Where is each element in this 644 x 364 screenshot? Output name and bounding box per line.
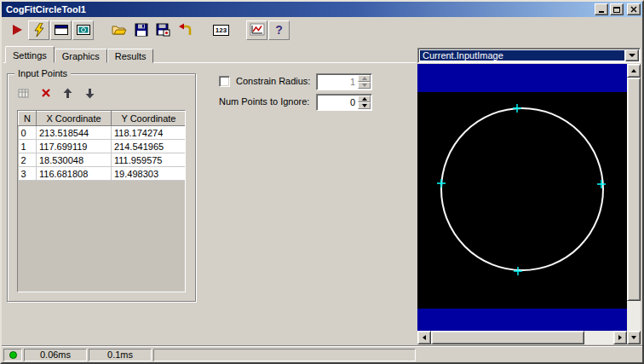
arrow-down-icon: [85, 88, 95, 99]
spin-down-button[interactable]: [358, 82, 371, 89]
reset-button[interactable]: [175, 20, 196, 40]
arrow-up-icon: [63, 88, 72, 99]
spin-up-icon: [362, 77, 367, 80]
tab-results[interactable]: Results: [107, 49, 154, 63]
save-button[interactable]: [130, 20, 152, 40]
constrain-radius-spinner[interactable]: 1: [316, 73, 372, 90]
tab-graphics[interactable]: Graphics: [55, 49, 107, 63]
image-source-combobox[interactable]: Current.InputImage: [417, 48, 641, 63]
table-cell[interactable]: 1: [19, 140, 37, 153]
status-timer1: 0.06ms: [40, 350, 71, 360]
numeric-123-icon: 123: [213, 25, 229, 36]
close-button[interactable]: [627, 3, 641, 15]
minimize-icon: [599, 11, 604, 13]
help-button[interactable]: ?: [268, 20, 290, 40]
move-point-up-button[interactable]: [59, 84, 77, 101]
spin-up-icon: [362, 97, 367, 101]
table-cell[interactable]: 213.518544: [37, 126, 112, 140]
window-title: CogFitCircleTool1: [6, 4, 593, 14]
status-timer2-panel: 0.1ms: [89, 349, 152, 361]
input-points-grid[interactable]: N X Coordinate Y Coordinate 0213.5185441…: [17, 110, 186, 292]
main-toolbar: 123 ?: [2, 17, 642, 43]
input-points-table: N X Coordinate Y Coordinate 0213.5185441…: [18, 111, 186, 181]
spin-down-icon: [362, 84, 367, 87]
num-points-ignore-value: 0: [319, 97, 355, 107]
numeric-precision-button[interactable]: 123: [210, 20, 232, 40]
table-cell[interactable]: 116.681808: [37, 167, 112, 181]
constrain-radius-label: Constrain Radius:: [236, 76, 310, 86]
status-message-panel: [153, 349, 416, 361]
spin-up-button[interactable]: [358, 75, 371, 82]
constrain-radius-spin-buttons: [358, 75, 371, 89]
horizontal-scroll-thumb[interactable]: [431, 331, 584, 344]
table-cell[interactable]: 118.174274: [112, 126, 187, 140]
tab-settings[interactable]: Settings: [5, 46, 55, 63]
add-point-button[interactable]: [14, 84, 32, 101]
table-cell[interactable]: 214.541965: [112, 140, 187, 153]
spin-up-button[interactable]: [358, 95, 371, 102]
image-background: [417, 64, 627, 331]
table-header-row: N X Coordinate Y Coordinate: [19, 112, 187, 126]
chart-button[interactable]: [246, 20, 267, 40]
close-icon: [630, 6, 637, 13]
table-cell[interactable]: 19.498303: [112, 167, 187, 181]
scroll-right-icon: [618, 335, 622, 340]
table-cell[interactable]: 2: [19, 153, 37, 167]
image-vertical-scrollbar[interactable]: [627, 64, 641, 344]
input-points-group-label: Input Points: [14, 68, 71, 78]
minimize-button[interactable]: [595, 3, 608, 15]
table-row[interactable]: 3116.68180819.498303: [19, 167, 187, 181]
num-points-ignore-spinner[interactable]: 0: [316, 94, 372, 111]
table-cell[interactable]: 3: [19, 167, 37, 181]
scroll-left-button[interactable]: [417, 331, 431, 344]
status-timer1-panel: 0.06ms: [24, 349, 87, 361]
image-display-button[interactable]: [72, 20, 94, 40]
scroll-up-button[interactable]: [627, 64, 641, 78]
table-cell[interactable]: 117.699119: [37, 140, 112, 153]
table-row[interactable]: 218.530048111.959575: [19, 153, 187, 167]
maximize-button[interactable]: [610, 3, 624, 15]
table-cell[interactable]: 111.959575: [112, 153, 187, 167]
spin-down-button[interactable]: [358, 102, 371, 109]
tab-strip: Settings Graphics Results: [5, 46, 153, 63]
maximize-icon: [613, 7, 620, 13]
column-header-y[interactable]: Y Coordinate: [112, 112, 187, 126]
table-row[interactable]: 0213.518544118.174274: [19, 126, 187, 140]
num-points-ignore-label: Num Points to Ignore:: [219, 96, 309, 107]
open-button[interactable]: [108, 20, 129, 40]
delete-x-icon: [41, 88, 51, 98]
vertical-scroll-thumb[interactable]: [627, 78, 641, 301]
scroll-right-button[interactable]: [613, 331, 627, 344]
status-timer2: 0.1ms: [107, 350, 133, 360]
image-display-icon: [76, 23, 91, 37]
constrain-radius-checkbox[interactable]: [219, 76, 230, 87]
input-points-group: Input Points N X Coordinate: [7, 73, 196, 302]
open-folder-icon: [112, 23, 127, 37]
scroll-down-button[interactable]: [627, 331, 641, 344]
constrain-radius-row: Constrain Radius:: [219, 75, 310, 87]
table-cell[interactable]: 18.530048: [37, 153, 112, 167]
title-bar[interactable]: CogFitCircleTool1: [2, 2, 642, 17]
input-points-tbody: 0213.518544118.1742741117.699119214.5419…: [19, 126, 187, 181]
scroll-left-icon: [423, 335, 426, 340]
image-display-area[interactable]: [417, 64, 627, 331]
run-button[interactable]: [6, 20, 27, 40]
num-points-spin-buttons: [358, 95, 371, 109]
image-horizontal-scrollbar[interactable]: [417, 331, 627, 344]
float-window-button[interactable]: [50, 20, 72, 40]
status-led-panel: [3, 349, 22, 361]
delete-point-button[interactable]: [37, 84, 55, 101]
undo-arrow-icon: [178, 23, 193, 37]
floppy-save-icon: [135, 23, 148, 37]
electric-run-button[interactable]: [28, 20, 49, 40]
help-icon: ?: [275, 23, 283, 37]
column-header-n[interactable]: N: [19, 112, 37, 126]
table-row[interactable]: 1117.699119214.541965: [19, 140, 187, 153]
save-image-button[interactable]: [152, 20, 174, 40]
floppy-image-icon: [156, 23, 170, 37]
table-cell[interactable]: 0: [19, 126, 37, 140]
float-window-icon: [54, 23, 69, 37]
move-point-down-button[interactable]: [81, 84, 99, 101]
column-header-x[interactable]: X Coordinate: [37, 112, 112, 126]
combo-dropdown-button[interactable]: [625, 49, 639, 61]
